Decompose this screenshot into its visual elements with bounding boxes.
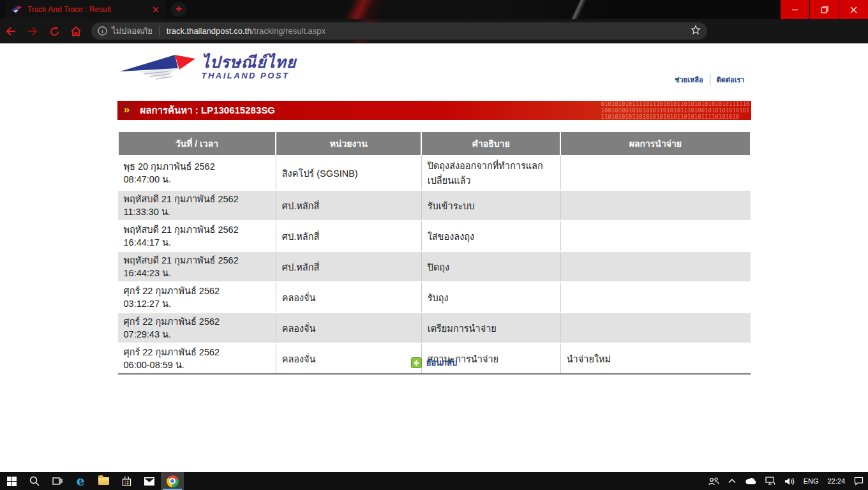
task-view-icon[interactable] xyxy=(46,472,69,490)
browser-tab[interactable]: Track And Trace : Result xyxy=(5,0,166,19)
event-date: พฤหัสบดี 21 กุมภาพันธ์ 2562 xyxy=(124,223,271,236)
cell-delivery-status xyxy=(560,313,750,343)
search-icon[interactable] xyxy=(23,472,46,490)
action-center-icon[interactable] xyxy=(849,472,868,490)
cell-office: คลองจั่น xyxy=(276,282,421,313)
clock[interactable]: 22:24 xyxy=(823,472,849,490)
url-separator xyxy=(159,26,160,36)
table-row: พฤหัสบดี 21 กุมภาพันธ์ 2562 16:44:23 น. … xyxy=(118,251,751,282)
cell-description: ใส่ของลงถุง xyxy=(421,221,560,251)
cell-datetime: พุธ 20 กุมภาพันธ์ 2562 08:47:00 น. xyxy=(118,156,276,190)
contact-link[interactable]: ติดต่อเรา xyxy=(710,74,751,85)
cell-datetime: พฤหัสบดี 21 กุมภาพันธ์ 2562 16:44:23 น. xyxy=(118,251,276,282)
cell-description: รับถุง xyxy=(421,282,560,313)
table-header-row: วันที่ / เวลา หน่วยงาน คำอธิบาย ผลการนำจ… xyxy=(118,131,751,156)
back-arrow-icon xyxy=(411,357,422,368)
event-date: ศุกร์ 22 กุมภาพันธ์ 2562 xyxy=(124,315,271,328)
browser-tab-strip: Track And Trace : Result + xyxy=(0,0,868,19)
back-icon[interactable] xyxy=(0,22,22,41)
cell-office: สิงคโปร์ (SGSINB) xyxy=(276,156,421,190)
system-tray: ENG 22:24 xyxy=(704,472,868,490)
thailand-post-logo[interactable]: ไปรษณีย์ไทย THAILAND POST xyxy=(119,52,297,82)
restore-button[interactable] xyxy=(810,0,839,19)
cell-office: ศป.หลักสี่ xyxy=(276,251,421,282)
table-row: พุธ 20 กุมภาพันธ์ 2562 08:47:00 น. สิงคโ… xyxy=(118,156,751,190)
back-link[interactable]: ย้อนกลับ xyxy=(117,356,751,369)
volume-icon[interactable] xyxy=(780,472,799,490)
tab-title: Track And Trace : Result xyxy=(27,5,145,14)
binary-pattern-decoration: 0101010101111011101010110101010101010111… xyxy=(601,101,751,120)
cell-description: รับเข้าระบบ xyxy=(421,190,560,221)
info-icon[interactable] xyxy=(98,26,107,36)
event-date: พฤหัสบดี 21 กุมภาพันธ์ 2562 xyxy=(124,193,271,205)
refresh-icon[interactable] xyxy=(43,22,65,41)
back-link-label[interactable]: ย้อนกลับ xyxy=(426,356,457,369)
bookmark-star-icon[interactable] xyxy=(691,25,701,38)
windows-taskbar: e xyxy=(0,472,868,490)
address-bar[interactable]: ไม่ปลอดภัย track.thailandpost.co.th/trac… xyxy=(91,22,707,40)
microsoft-store-icon[interactable] xyxy=(115,472,138,490)
header-links: ช่วยเหลือ ติดต่อเรา xyxy=(668,74,751,85)
chrome-taskbar-icon[interactable] xyxy=(161,472,184,490)
event-time: 08:47:00 น. xyxy=(124,173,271,186)
logo-english-name: THAILAND POST xyxy=(202,71,297,80)
cell-office: คลองจั่น xyxy=(276,313,421,343)
cell-datetime: พฤหัสบดี 21 กุมภาพันธ์ 2562 16:44:17 น. xyxy=(118,221,276,251)
logo-thai-name: ไปรษณีย์ไทย xyxy=(202,54,297,70)
event-time: 16:44:23 น. xyxy=(124,267,271,279)
cell-description: ปิดถุงส่งออกจากที่ทำการแลกเปลี่ยนแล้ว xyxy=(421,156,560,190)
col-header-delivery: ผลการนำจ่าย xyxy=(560,131,750,156)
url-host[interactable]: track.thailandpost.co.th xyxy=(167,26,252,36)
tab-close-icon[interactable] xyxy=(151,4,161,15)
paper-plane-icon xyxy=(119,52,195,82)
event-time: 16:44:17 น. xyxy=(124,236,271,249)
search-result-banner: » ผลการค้นหา : LP130615283SG 01010101011… xyxy=(117,101,751,120)
event-date: พฤหัสบดี 21 กุมภาพันธ์ 2562 xyxy=(124,254,271,267)
cell-datetime: ศุกร์ 22 กุมภาพันธ์ 2562 03:12:27 น. xyxy=(118,282,276,313)
tracking-table: วันที่ / เวลา หน่วยงาน คำอธิบาย ผลการนำจ… xyxy=(117,131,751,375)
people-icon[interactable] xyxy=(704,472,724,490)
cell-delivery-status xyxy=(560,221,750,251)
start-button[interactable] xyxy=(0,472,23,490)
window-controls xyxy=(780,0,868,19)
language-indicator[interactable]: ENG xyxy=(799,472,823,490)
page-body: ไปรษณีย์ไทย THAILAND POST ช่วยเหลือ ติดต… xyxy=(0,43,868,472)
col-header-datetime: วันที่ / เวลา xyxy=(118,131,276,156)
help-link[interactable]: ช่วยเหลือ xyxy=(668,74,709,85)
table-row: พฤหัสบดี 21 กุมภาพันธ์ 2562 11:33:30 น. … xyxy=(118,190,751,221)
new-tab-button[interactable]: + xyxy=(171,2,186,17)
event-date: ศุกร์ 22 กุมภาพันธ์ 2562 xyxy=(124,285,271,297)
close-button[interactable] xyxy=(839,0,868,19)
cell-delivery-status xyxy=(560,282,750,313)
edge-icon[interactable]: e xyxy=(69,472,92,490)
cell-datetime: พฤหัสบดี 21 กุมภาพันธ์ 2562 11:33:30 น. xyxy=(118,190,276,221)
event-time: 03:12:27 น. xyxy=(124,297,271,310)
file-explorer-icon[interactable] xyxy=(92,472,115,490)
search-result-label: ผลการค้นหา : LP130615283SG xyxy=(140,103,275,118)
event-date: พุธ 20 กุมภาพันธ์ 2562 xyxy=(124,160,271,173)
cell-delivery-status xyxy=(560,156,750,190)
col-header-office: หน่วยงาน xyxy=(276,131,421,156)
cell-description: เตรียมการนำจ่าย xyxy=(421,313,560,343)
url-path[interactable]: /tracking/result.aspx xyxy=(251,26,326,36)
cell-datetime: ศุกร์ 22 กุมภาพันธ์ 2562 07:29:43 น. xyxy=(118,313,276,343)
mail-icon[interactable] xyxy=(138,472,161,490)
network-icon[interactable] xyxy=(761,472,780,490)
table-row: ศุกร์ 22 กุมภาพันธ์ 2562 07:29:43 น. คลอ… xyxy=(118,313,751,343)
event-time: 11:33:30 น. xyxy=(124,205,271,218)
table-row: ศุกร์ 22 กุมภาพันธ์ 2562 03:12:27 น. คลอ… xyxy=(118,282,751,313)
cell-description: ปิดถุง xyxy=(421,251,560,282)
tray-chevron-up-icon[interactable] xyxy=(724,472,740,490)
cell-delivery-status xyxy=(560,251,750,282)
table-row: พฤหัสบดี 21 กุมภาพันธ์ 2562 16:44:17 น. … xyxy=(118,221,751,251)
minimize-button[interactable] xyxy=(781,0,809,19)
thailand-post-favicon xyxy=(10,6,22,13)
event-time: 07:29:43 น. xyxy=(124,328,271,341)
onedrive-cloud-icon[interactable] xyxy=(740,472,761,490)
cell-office: ศป.หลักสี่ xyxy=(276,221,421,251)
security-label[interactable]: ไม่ปลอดภัย xyxy=(112,24,153,38)
browser-toolbar: ไม่ปลอดภัย track.thailandpost.co.th/trac… xyxy=(0,19,868,43)
col-header-description: คำอธิบาย xyxy=(421,131,560,156)
home-icon[interactable] xyxy=(65,22,87,41)
forward-icon[interactable] xyxy=(22,22,43,41)
